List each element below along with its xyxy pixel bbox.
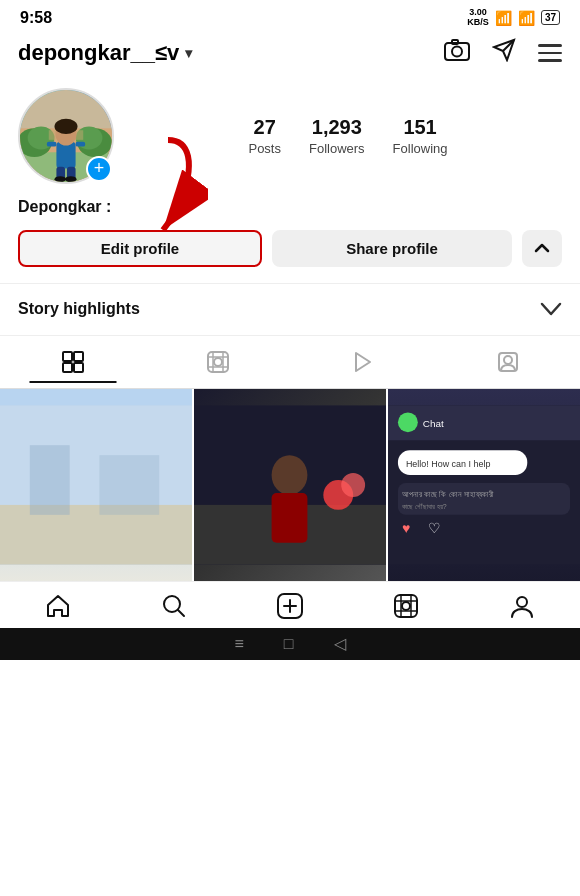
gesture-bar: ≡ □ ◁	[0, 628, 580, 660]
svg-rect-40	[30, 445, 70, 515]
avatar-container[interactable]: +	[18, 88, 114, 184]
svg-rect-26	[74, 352, 83, 361]
share-profile-button[interactable]: Share profile	[272, 230, 512, 267]
svg-point-70	[517, 597, 527, 607]
svg-text:♥: ♥	[402, 520, 410, 536]
profile-top: + 27 Posts 1,293 Followers 151 Following	[18, 88, 562, 184]
create-icon	[276, 592, 304, 620]
wifi-icon: 📶	[495, 10, 512, 26]
nav-profile[interactable]	[464, 593, 580, 619]
svg-marker-35	[356, 353, 370, 371]
profile-name: Depongkar :	[18, 198, 562, 216]
gesture-menu-icon: ≡	[234, 635, 243, 653]
svg-point-65	[402, 602, 410, 610]
followers-stat[interactable]: 1,293 Followers	[309, 116, 365, 156]
svg-point-22	[55, 176, 67, 182]
menu-icon[interactable]	[538, 44, 562, 62]
svg-point-17	[55, 119, 78, 134]
followers-label: Followers	[309, 141, 365, 156]
svg-rect-41	[99, 455, 159, 515]
tab-reels[interactable]	[145, 342, 290, 382]
tab-tagged[interactable]	[435, 342, 580, 382]
posts-count: 27	[254, 116, 276, 139]
chevron-up-icon	[533, 239, 551, 257]
nav-create[interactable]	[232, 592, 348, 620]
photo-cell-3[interactable]: Chat Hello! How can I help আপনার কাছে কি…	[388, 389, 580, 581]
gesture-home-icon: □	[284, 635, 294, 653]
gesture-back-icon: ◁	[334, 634, 346, 653]
play-icon	[351, 350, 375, 374]
svg-point-50	[398, 412, 418, 432]
header-icons	[444, 38, 562, 68]
svg-rect-15	[56, 142, 75, 169]
story-highlights-label: Story highlights	[18, 300, 140, 318]
grid-icon	[61, 350, 85, 374]
content-tabs	[0, 336, 580, 389]
svg-rect-28	[74, 363, 83, 372]
status-bar: 9:58 3.00 KB/S 📶 📶 37	[0, 0, 580, 32]
search-icon	[161, 593, 187, 619]
stats-container: 27 Posts 1,293 Followers 151 Following	[134, 116, 562, 156]
action-buttons: Edit profile Share profile	[18, 230, 562, 267]
svg-point-23	[65, 176, 77, 182]
dropdown-arrow-icon[interactable]: ▾	[185, 45, 192, 61]
bottom-navigation	[0, 581, 580, 628]
svg-text:Chat: Chat	[423, 418, 444, 429]
status-icons: 3.00 KB/S 📶 📶 37	[467, 8, 560, 28]
svg-rect-29	[208, 352, 228, 372]
svg-text:কাছে পৌঁছাবার হয়?: কাছে পৌঁছাবার হয়?	[402, 503, 447, 510]
svg-text:♡: ♡	[428, 520, 441, 536]
app-header: depongkar__≤v ▾	[0, 32, 580, 78]
svg-point-37	[504, 356, 512, 364]
following-stat[interactable]: 151 Following	[393, 116, 448, 156]
svg-line-60	[178, 610, 184, 616]
nav-home[interactable]	[0, 593, 116, 619]
direct-message-icon[interactable]	[492, 38, 516, 68]
home-icon	[45, 593, 71, 619]
svg-rect-45	[272, 493, 308, 543]
followers-count: 1,293	[312, 116, 362, 139]
profile-section: + 27 Posts 1,293 Followers 151 Following…	[0, 78, 580, 267]
photo-cell-1[interactable]	[0, 389, 192, 581]
svg-rect-39	[0, 505, 192, 565]
svg-rect-25	[63, 352, 72, 361]
svg-point-30	[214, 358, 222, 366]
photo-cell-2[interactable]	[194, 389, 386, 581]
status-time: 9:58	[20, 9, 52, 27]
svg-rect-18	[47, 142, 57, 147]
following-label: Following	[393, 141, 448, 156]
svg-rect-27	[63, 363, 72, 372]
reels-nav-icon	[393, 593, 419, 619]
network-speed: 3.00 KB/S	[467, 8, 489, 28]
username-container[interactable]: depongkar__≤v ▾	[18, 40, 192, 66]
posts-label: Posts	[248, 141, 281, 156]
svg-point-47	[341, 473, 365, 497]
camera-icon[interactable]	[444, 39, 470, 67]
tab-video[interactable]	[290, 342, 435, 382]
profile-nav-icon	[509, 593, 535, 619]
battery-indicator: 37	[541, 10, 560, 25]
nav-search[interactable]	[116, 593, 232, 619]
following-count: 151	[403, 116, 436, 139]
story-highlights-section[interactable]: Story highlights	[0, 283, 580, 336]
svg-point-44	[272, 455, 308, 495]
more-options-button[interactable]	[522, 230, 562, 267]
svg-rect-19	[76, 142, 86, 147]
svg-point-1	[452, 46, 462, 56]
add-to-story-button[interactable]: +	[86, 156, 112, 182]
tab-grid[interactable]	[0, 342, 145, 382]
username-text: depongkar__≤v	[18, 40, 179, 66]
nav-reels[interactable]	[348, 593, 464, 619]
signal-icon: 📶	[518, 10, 535, 26]
edit-profile-button[interactable]: Edit profile	[18, 230, 262, 267]
svg-text:Hello! How can I help: Hello! How can I help	[406, 459, 490, 469]
svg-text:আপনার কাছে কি কোন সাহায্যকারী: আপনার কাছে কি কোন সাহায্যকারী	[402, 490, 494, 499]
chevron-down-icon[interactable]	[540, 298, 562, 321]
reels-icon	[206, 350, 230, 374]
svg-rect-64	[395, 595, 417, 617]
tagged-icon	[496, 350, 520, 374]
posts-stat[interactable]: 27 Posts	[248, 116, 281, 156]
photo-grid: Chat Hello! How can I help আপনার কাছে কি…	[0, 389, 580, 581]
